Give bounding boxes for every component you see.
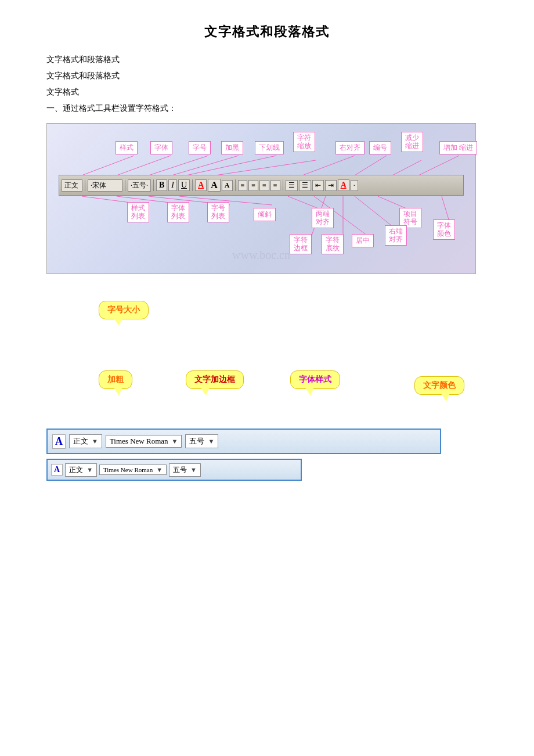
bubble-bold: 加粗 — [99, 370, 132, 389]
label-char-shading: 字符 底纹 — [322, 234, 344, 254]
label-underline: 下划线 — [255, 141, 284, 154]
label-decrease-indent: 减少 缩进 — [401, 132, 423, 152]
toolbar-bold[interactable]: B — [156, 179, 167, 191]
toolbar-font-small-a[interactable]: A — [222, 180, 233, 191]
svg-line-9 — [418, 156, 459, 175]
bubble-section-formatting: 加粗 文字加边框 字体样式 文字颜色 — [46, 359, 488, 417]
toolbar-font-color-btn[interactable]: A — [338, 179, 349, 191]
ts-size-field-large[interactable]: 五号 ▼ — [185, 434, 218, 448]
toolbar-screenshot-large: A 正文 ▼ Times New Roman ▼ 五号 ▼ — [46, 429, 441, 454]
toolbar-list2[interactable]: ☰ — [299, 180, 311, 191]
toolbar-diagram: 正文 ·宋体 ·五号· B I U A A A ≡ ≡ ≡ ≡ ☰ ☰ ⇤ ⇥ … — [46, 123, 476, 274]
toolbar-style[interactable]: 正文 — [62, 179, 82, 192]
toolbar-align-left[interactable]: ≡ — [238, 180, 248, 191]
label-font: 字体 — [150, 141, 172, 154]
svg-line-8 — [392, 160, 421, 175]
ts-style-field-small[interactable]: 正文 ▼ — [65, 463, 97, 477]
ts-icon-large: A — [52, 434, 66, 449]
svg-line-0 — [82, 156, 134, 175]
label-size: 字号 — [189, 141, 211, 154]
toolbar-size[interactable]: ·五号· — [128, 179, 151, 192]
toolbar-indent2[interactable]: ⇥ — [325, 180, 337, 191]
ts-style-dropdown-small[interactable]: ▼ — [86, 466, 93, 473]
svg-line-2 — [149, 156, 208, 175]
toolbar-font-big-a[interactable]: A — [208, 179, 221, 192]
ts-font-field-large[interactable]: Times New Roman ▼ — [106, 435, 182, 448]
label-right-align: 右对齐 — [335, 141, 365, 154]
bubble-fontsize: 字号大小 — [99, 301, 149, 319]
ts-size-dropdown-small[interactable]: ▼ — [190, 466, 197, 473]
ts-size-field-small[interactable]: 五号 ▼ — [169, 463, 201, 477]
bubble-font-style: 字体样式 — [290, 370, 340, 389]
section-heading: 一、通过格式工具栏设置字符格式： — [46, 103, 488, 114]
label-bold: 加黑 — [221, 141, 243, 154]
label-style-list: 样式 列表 — [127, 202, 149, 222]
toolbar-font-color-a[interactable]: A — [195, 179, 207, 191]
toolbar-bar: 正文 ·宋体 ·五号· B I U A A A ≡ ≡ ≡ ≡ ☰ ☰ ⇤ ⇥ … — [59, 175, 464, 196]
toolbar-indent1[interactable]: ⇤ — [312, 180, 324, 191]
bubble-border: 文字加边框 — [186, 370, 244, 389]
label-font-color: 字体 颜色 — [433, 219, 455, 240]
ts-style-field-large[interactable]: 正文 ▼ — [69, 434, 102, 448]
ts-style-dropdown-large[interactable]: ▼ — [92, 438, 98, 445]
subtitle1: 文字格式和段落格式 — [46, 55, 488, 65]
toolbar-align-center[interactable]: ≡ — [248, 180, 258, 191]
toolbar-list1[interactable]: ☰ — [286, 180, 298, 191]
label-char-scale: 字符 缩放 — [293, 132, 315, 152]
bubble-section-fontsize: 字号大小 — [46, 295, 488, 347]
label-font-list: 字体 列表 — [167, 202, 189, 222]
ts-size-dropdown-large[interactable]: ▼ — [208, 438, 214, 445]
toolbar-screenshot-small: A 正文 ▼ Times New Roman ▼ 五号 ▼ — [46, 459, 302, 481]
label-center: 居中 — [352, 234, 374, 247]
label-both-align: 两端 对齐 — [312, 208, 334, 228]
ts-font-field-small[interactable]: Times New Roman ▼ — [99, 465, 167, 475]
svg-line-6 — [302, 156, 355, 175]
bubble-font-color: 文字颜色 — [414, 376, 464, 395]
toolbar-extra[interactable]: · — [351, 180, 358, 191]
ts-font-dropdown-small[interactable]: ▼ — [156, 466, 163, 473]
subtitle2: 文字格式和段落格式 — [46, 71, 488, 81]
svg-line-4 — [186, 156, 276, 175]
toolbar-italic[interactable]: I — [168, 179, 177, 191]
ts-font-dropdown-large[interactable]: ▼ — [172, 438, 178, 445]
label-right: 右端 对齐 — [385, 225, 407, 246]
label-italic: 倾斜 — [254, 208, 276, 221]
svg-line-5 — [215, 160, 316, 175]
page-title: 文字格式和段落格式 — [46, 23, 488, 41]
svg-line-1 — [117, 156, 171, 175]
ts-icon-small: A — [51, 464, 63, 476]
toolbar-align-right2[interactable]: ≡ — [259, 180, 269, 191]
svg-line-3 — [172, 156, 239, 175]
label-increase-indent: 增加 缩进 — [439, 141, 477, 154]
toolbar-underline[interactable]: U — [178, 179, 190, 191]
toolbar-align-justify2[interactable]: ≡ — [270, 180, 280, 191]
toolbar-font[interactable]: ·宋体 — [88, 179, 122, 192]
label-size-list: 字号 列表 — [207, 202, 229, 222]
watermark: www.boc.cn — [232, 249, 290, 262]
svg-line-7 — [355, 156, 387, 175]
label-style: 样式 — [116, 141, 138, 154]
subtitle3: 文字格式 — [46, 87, 488, 98]
label-char-border: 字符 边框 — [290, 234, 312, 254]
label-numbering: 编号 — [369, 141, 391, 154]
